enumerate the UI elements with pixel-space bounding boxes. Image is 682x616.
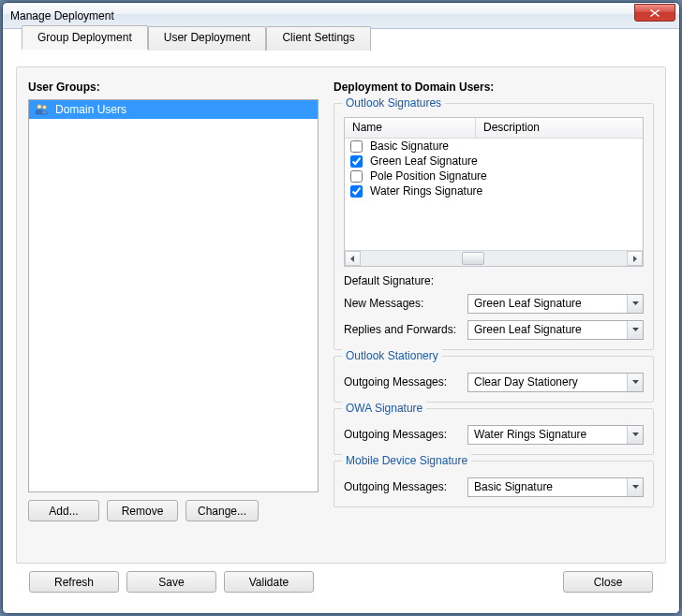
combo-dropdown-button[interactable] [627, 478, 643, 496]
svg-point-0 [37, 105, 42, 110]
chevron-down-icon [632, 485, 639, 489]
combo-dropdown-button[interactable] [627, 426, 643, 444]
manage-deployment-window: Manage Deployment Group Deployment User … [2, 2, 680, 614]
scroll-track[interactable] [361, 251, 627, 266]
outgoing-messages-label: Outgoing Messages: [344, 480, 467, 493]
signature-checkbox[interactable] [350, 140, 363, 153]
deployment-heading: Deployment to Domain Users: [334, 81, 654, 94]
tab-panel: User Groups: Domain Users [16, 66, 666, 564]
owa-signature-group: OWA Signature Outgoing Messages: Water R… [334, 408, 654, 455]
outgoing-messages-label: Outgoing Messages: [344, 428, 467, 441]
signature-name: Water Rings Signature [370, 184, 482, 198]
new-messages-label: New Messages: [344, 297, 467, 310]
scroll-thumb[interactable] [462, 252, 484, 265]
group-legend: Outlook Signatures [342, 96, 445, 110]
svg-point-1 [43, 106, 47, 110]
outgoing-messages-label: Outgoing Messages: [344, 375, 467, 389]
list-item[interactable]: Domain Users [29, 100, 318, 119]
tab-label: Client Settings [282, 31, 354, 44]
signature-name: Green Leaf Signature [370, 154, 478, 168]
tab-user-deployment[interactable]: User Deployment [148, 26, 267, 51]
signatures-table: Name Description Basic Signature [344, 117, 644, 267]
tab-label: User Deployment [164, 31, 251, 44]
table-row[interactable]: Basic Signature [345, 139, 643, 154]
left-column: User Groups: Domain Users [28, 81, 319, 521]
table-row[interactable]: Water Rings Signature [345, 183, 643, 198]
group-legend: Outlook Stationery [342, 349, 442, 362]
add-button[interactable]: Add... [28, 500, 99, 521]
right-column: Deployment to Domain Users: Outlook Sign… [334, 81, 654, 521]
close-button[interactable]: Close [563, 571, 653, 593]
dialog-button-bar: Refresh Save Validate Close [16, 564, 666, 604]
signature-name: Pole Position Signature [370, 169, 487, 183]
change-button[interactable]: Change... [185, 500, 259, 521]
user-groups-label: User Groups: [28, 81, 319, 94]
window-title: Manage Deployment [10, 9, 634, 22]
signature-name: Basic Signature [370, 139, 449, 153]
user-groups-buttons: Add... Remove Change... [28, 500, 319, 521]
signature-checkbox[interactable] [350, 185, 363, 198]
outlook-signatures-group: Outlook Signatures Name Description Basi… [334, 103, 654, 350]
users-icon [35, 102, 50, 117]
col-description[interactable]: Description [476, 118, 643, 138]
validate-button[interactable]: Validate [224, 571, 314, 593]
combo-value: Green Leaf Signature [468, 297, 627, 310]
mobile-signature-group: Mobile Device Signature Outgoing Message… [334, 461, 654, 507]
combo-dropdown-button[interactable] [627, 295, 643, 313]
new-messages-combo[interactable]: Green Leaf Signature [467, 294, 644, 314]
tab-group-deployment[interactable]: Group Deployment [22, 25, 148, 50]
refresh-button[interactable]: Refresh [29, 571, 119, 593]
chevron-right-icon [631, 256, 638, 262]
scroll-left-arrow[interactable] [345, 251, 361, 266]
owa-combo[interactable]: Water Rings Signature [467, 425, 644, 445]
group-legend: OWA Signature [342, 402, 426, 415]
replies-forwards-combo[interactable]: Green Leaf Signature [467, 320, 644, 340]
tab-label: Group Deployment [37, 31, 132, 44]
mobile-combo[interactable]: Basic Signature [467, 477, 644, 497]
chevron-down-icon [632, 301, 639, 305]
combo-dropdown-button[interactable] [627, 374, 643, 391]
user-groups-list[interactable]: Domain Users [28, 99, 319, 492]
group-legend: Mobile Device Signature [342, 454, 471, 467]
stationery-combo[interactable]: Clear Day Stationery [467, 373, 644, 392]
horizontal-scrollbar[interactable] [345, 250, 643, 266]
col-name[interactable]: Name [345, 118, 476, 138]
signature-checkbox[interactable] [350, 155, 363, 168]
list-item-label: Domain Users [55, 103, 126, 116]
close-icon [649, 8, 660, 18]
chevron-down-icon [632, 380, 639, 384]
table-row[interactable]: Pole Position Signature [345, 169, 643, 183]
remove-button[interactable]: Remove [107, 500, 178, 521]
combo-value: Clear Day Stationery [468, 375, 627, 389]
scroll-right-arrow[interactable] [627, 251, 643, 266]
save-button[interactable]: Save [126, 571, 216, 593]
default-signature-label: Default Signature: [344, 274, 644, 287]
combo-value: Basic Signature [468, 480, 627, 493]
window-close-button[interactable] [634, 4, 675, 22]
combo-value: Green Leaf Signature [468, 323, 627, 336]
table-header: Name Description [345, 118, 643, 139]
outlook-stationery-group: Outlook Stationery Outgoing Messages: Cl… [334, 356, 654, 403]
tab-client-settings[interactable]: Client Settings [266, 26, 370, 51]
table-body: Basic Signature Green Leaf Signature Pol… [345, 139, 643, 250]
signature-checkbox[interactable] [350, 170, 363, 183]
chevron-left-icon [349, 256, 356, 262]
table-row[interactable]: Green Leaf Signature [345, 154, 643, 169]
chevron-down-icon [632, 328, 639, 331]
content-area: Group Deployment User Deployment Client … [3, 29, 679, 613]
tab-strip: Group Deployment User Deployment Client … [22, 25, 371, 50]
chevron-down-icon [632, 433, 639, 436]
combo-value: Water Rings Signature [468, 428, 627, 441]
replies-forwards-label: Replies and Forwards: [344, 323, 467, 336]
combo-dropdown-button[interactable] [627, 321, 643, 339]
